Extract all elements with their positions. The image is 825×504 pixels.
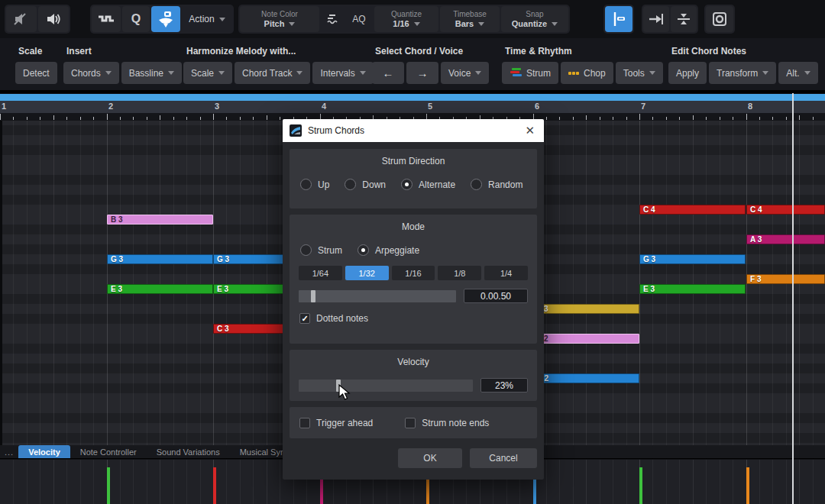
grid-line — [53, 121, 54, 445]
strum-note-ends-checkbox[interactable] — [405, 418, 416, 428]
cancel-button[interactable]: Cancel — [470, 448, 537, 468]
quantize-group: Note Color Pitch AQ Quantize 1/16 Timeba… — [238, 5, 570, 34]
velocity-bar[interactable] — [639, 467, 642, 504]
dialog-title: Strum Chords — [308, 125, 522, 136]
stretch-vertical-button[interactable] — [671, 6, 697, 32]
midi-note[interactable]: B 3 — [107, 215, 213, 225]
velocity-slider[interactable] — [299, 380, 473, 392]
action-menu[interactable]: Action — [182, 6, 232, 32]
harmonize-chord-track-button[interactable]: Chord Track — [235, 62, 310, 84]
midi-note[interactable]: E 3 — [639, 284, 746, 294]
chop-button[interactable]: Chop — [561, 62, 613, 84]
strum-tool-icon — [157, 11, 174, 27]
grid-line — [53, 460, 54, 504]
note-value-1-64[interactable]: 1/64 — [299, 266, 342, 280]
radio-mode-strum[interactable]: Strum — [300, 244, 342, 256]
alt-dropdown[interactable]: Alt. — [778, 62, 817, 84]
detect-button[interactable]: Detect — [15, 62, 57, 84]
timebase-dropdown[interactable]: Timebase Bars — [440, 6, 500, 32]
tools-dropdown[interactable]: Tools — [616, 62, 663, 84]
zoom-tool-button[interactable]: Q — [122, 6, 150, 32]
mute-button[interactable] — [6, 6, 37, 32]
radio-mode-arpeggiate[interactable]: Arpeggiate — [358, 244, 419, 256]
radio-direction-down[interactable]: Down — [345, 179, 386, 190]
snap-toggle-group — [603, 5, 634, 34]
midi-note[interactable]: G 2 — [532, 373, 639, 383]
midi-note[interactable]: C 4 — [746, 205, 825, 215]
chevron-down-icon — [168, 71, 174, 75]
curve-tool-button[interactable] — [92, 6, 121, 32]
aq-button[interactable]: AQ — [345, 6, 373, 32]
strum-tool-button[interactable] — [151, 6, 180, 32]
strum-offset-value[interactable]: 0.00.50 — [464, 289, 528, 303]
timeline-ruler[interactable]: 12345678 — [0, 101, 825, 121]
grid-line — [559, 460, 560, 504]
midi-note[interactable]: D 3 — [532, 304, 639, 314]
snap-dropdown[interactable]: Snap Quantize — [501, 6, 568, 32]
radio-direction-random[interactable]: Random — [471, 179, 522, 190]
midi-note[interactable]: G 3 — [639, 254, 746, 264]
insert-bassline-button[interactable]: Bassline — [121, 62, 182, 84]
ruler-bar-number: 8 — [748, 102, 752, 111]
grid-line — [639, 121, 640, 445]
apply-button[interactable]: Apply — [668, 62, 707, 84]
trigger-ahead-checkbox[interactable] — [299, 418, 310, 428]
midi-note[interactable]: E 3 — [107, 284, 213, 294]
note-value-1-16[interactable]: 1/16 — [392, 266, 435, 280]
grid-line — [120, 121, 121, 445]
midi-note[interactable]: G 3 — [107, 254, 213, 264]
tab-sound-variations[interactable]: Sound Variations — [147, 445, 230, 458]
ruler-tick — [66, 117, 67, 120]
voice-dropdown[interactable]: Voice — [441, 62, 489, 84]
note-color-dropdown[interactable]: Note Color Pitch — [240, 6, 319, 32]
note-value-1-32[interactable]: 1/32 — [345, 266, 389, 280]
velocity-value[interactable]: 23% — [480, 378, 528, 393]
close-icon[interactable]: ✕ — [522, 124, 537, 137]
velocity-bar[interactable] — [213, 467, 216, 504]
snap-toggle-button[interactable] — [605, 6, 632, 32]
strum-button[interactable]: Strum — [502, 62, 558, 84]
midi-note[interactable]: F 3 — [746, 274, 825, 284]
radio-direction-up[interactable]: Up — [300, 179, 329, 190]
playhead[interactable] — [792, 93, 794, 504]
strum-offset-slider[interactable] — [299, 290, 456, 302]
more-tabs-button[interactable]: ... — [0, 445, 18, 458]
audition-button[interactable] — [38, 6, 69, 32]
dotted-notes-row[interactable]: ✓ Dotted notes — [290, 313, 537, 324]
transform-dropdown[interactable]: Transform — [709, 62, 776, 84]
move-to-cursor-button[interactable] — [643, 6, 669, 32]
radio-direction-alternate[interactable]: Alternate — [401, 179, 455, 190]
tab-velocity[interactable]: Velocity — [18, 445, 70, 458]
strum-offset-slider-handle[interactable] — [311, 290, 315, 302]
dotted-notes-checkbox[interactable]: ✓ — [299, 313, 310, 324]
harmonize-intervals-button[interactable]: Intervals — [312, 62, 373, 84]
midi-note[interactable]: C 4 — [639, 205, 746, 215]
quantize-dropdown[interactable]: Quantize 1/16 — [374, 6, 438, 32]
midi-note[interactable]: A 3 — [746, 234, 825, 244]
velocity-bar[interactable] — [746, 467, 749, 504]
grid-line — [693, 121, 694, 445]
grid-line — [186, 460, 187, 504]
grid-line — [133, 121, 134, 445]
midi-note[interactable]: B 2 — [532, 334, 639, 344]
ruler-tick — [706, 117, 707, 120]
chevron-down-icon — [649, 71, 655, 75]
note-value-1-4[interactable]: 1/4 — [484, 266, 528, 280]
note-value-1-8[interactable]: 1/8 — [438, 266, 481, 280]
grid-line — [772, 460, 773, 504]
edit-focus-button[interactable] — [706, 6, 733, 32]
grid-line — [626, 121, 627, 445]
dialog-titlebar[interactable]: Strum Chords ✕ — [283, 119, 544, 142]
ruler-bar-number: 3 — [215, 102, 219, 111]
next-chord-button[interactable]: → — [406, 62, 438, 84]
velocity-bar[interactable] — [107, 467, 110, 504]
loop-range-bar[interactable] — [0, 93, 825, 101]
humanize-button[interactable] — [321, 6, 344, 32]
tab-note-controller[interactable]: Note Controller — [70, 445, 147, 458]
insert-chords-button[interactable]: Chords — [63, 62, 119, 84]
grid-line — [13, 460, 14, 504]
harmonize-scale-button[interactable]: Scale — [183, 62, 232, 84]
ok-button[interactable]: OK — [398, 448, 462, 468]
prev-chord-button[interactable]: ← — [372, 62, 404, 84]
tool-group: Q Action — [90, 5, 234, 34]
